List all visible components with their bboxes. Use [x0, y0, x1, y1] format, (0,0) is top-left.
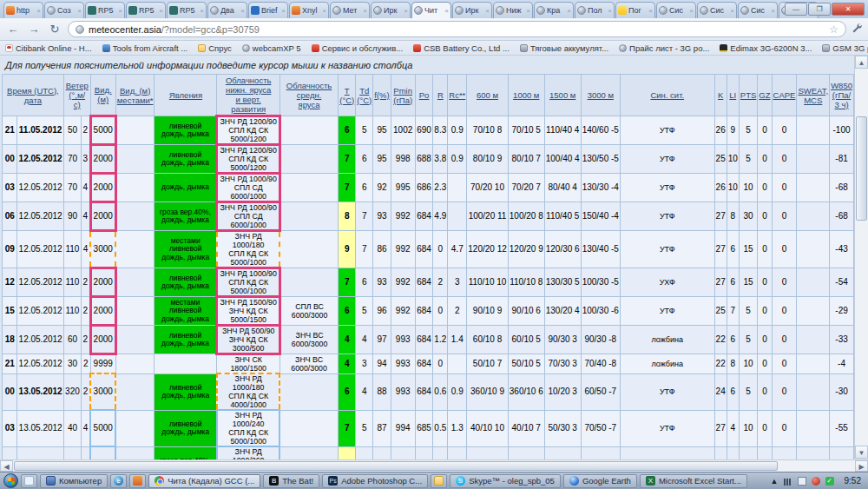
taskbar-button-компьютер[interactable]: Компьютер — [40, 474, 108, 488]
tab-close-icon[interactable]: × — [526, 7, 530, 15]
bookmark-item[interactable]: Сервис и обслужив... — [312, 43, 404, 53]
signal-bars-icon[interactable] — [784, 479, 792, 486]
network-icon[interactable] — [798, 477, 806, 486]
tab-http[interactable]: http× — [3, 2, 43, 18]
column-header[interactable]: Pmin (гПа) — [391, 75, 415, 116]
close-button[interactable]: ✕ — [832, 3, 865, 16]
tab-rp5[interactable]: RP5× — [126, 2, 166, 18]
bookmark-item[interactable]: webcamXP 5 — [242, 43, 301, 53]
reload-button[interactable]: ↻ — [47, 23, 62, 36]
column-header[interactable]: LI — [727, 75, 739, 116]
tab-close-icon[interactable]: × — [485, 7, 490, 15]
column-header[interactable]: 1000 м — [508, 75, 544, 116]
tab-close-icon[interactable]: × — [281, 7, 286, 15]
tab-close-icon[interactable]: × — [77, 7, 82, 15]
tab-пог[interactable]: Пог× — [615, 2, 655, 18]
column-header[interactable]: Облачность нижн. яруса и верт. развития — [217, 75, 279, 116]
column-header[interactable]: PTS — [739, 75, 757, 116]
column-header[interactable]: Td (°C) — [356, 75, 373, 116]
column-header[interactable]: Т (°C) — [339, 75, 356, 116]
forward-button[interactable]: → — [26, 23, 42, 36]
address-bar[interactable]: meteocenter.asia/?model=gcc&p=30759 ☆ — [68, 21, 846, 37]
tab-close-icon[interactable]: × — [322, 7, 326, 15]
bookmark-item[interactable]: Tools from Aircraft ... — [102, 43, 188, 53]
taskbar-button-the[interactable]: BThe Bat! — [263, 474, 319, 488]
column-header[interactable]: Син. сит. — [620, 75, 714, 116]
column-header[interactable]: 3000 м — [581, 75, 620, 116]
tab-close-icon[interactable]: × — [118, 7, 122, 15]
tab-xnyl[interactable]: Xnyl× — [289, 2, 329, 18]
taskbar-button-чита[interactable]: Чита (Кадала) GCC (... — [148, 474, 260, 488]
vertical-scrollbar[interactable]: ▲ ▼ — [854, 56, 868, 459]
taskbar-button[interactable] — [431, 474, 447, 488]
taskbar-button-google[interactable]: Google Earth — [563, 474, 637, 488]
tab-close-icon[interactable]: × — [240, 7, 245, 15]
tab-close-icon[interactable]: × — [200, 7, 204, 15]
taskbar-button[interactable]: e — [110, 474, 127, 488]
column-header[interactable]: 1500 м — [544, 75, 581, 116]
column-header[interactable]: K — [714, 75, 727, 116]
tab-close-icon[interactable]: × — [771, 7, 775, 15]
tab-пол[interactable]: Пол× — [575, 2, 615, 18]
scroll-down-arrow[interactable]: ▼ — [855, 446, 868, 459]
taskbar-button[interactable] — [129, 474, 146, 488]
column-header[interactable]: Облачность средн. яруса — [279, 75, 338, 116]
tray-expand-icon[interactable]: ▲ — [771, 477, 779, 486]
tab-соз[interactable]: Соз× — [44, 2, 84, 18]
tab-сис[interactable]: Сис× — [697, 2, 737, 18]
tab-чит[interactable]: Чит× — [411, 2, 451, 18]
tab-ирк[interactable]: Ирк× — [371, 2, 411, 18]
tab-ниж[interactable]: Ниж× — [493, 2, 533, 18]
bookmark-item[interactable]: CSB Battery Co., Ltd ... — [413, 43, 510, 53]
taskbar-button-adobe[interactable]: PsAdobe Photoshop C... — [322, 474, 428, 488]
tab-ирк[interactable]: Ирк× — [452, 2, 492, 18]
column-header[interactable]: R — [433, 75, 448, 116]
tab-close-icon[interactable]: × — [730, 7, 734, 15]
tab-brief[interactable]: Brief× — [248, 2, 288, 18]
tab-два[interactable]: Два× — [207, 2, 247, 18]
bookmark-item[interactable]: Edimax 3G-6200N 3... — [720, 43, 812, 53]
back-button[interactable]: ← — [5, 23, 21, 36]
taskbar-button[interactable] — [21, 474, 37, 488]
tab-сис[interactable]: Сис× — [738, 2, 778, 18]
tab-close-icon[interactable]: × — [404, 7, 408, 15]
column-header[interactable]: CAPE — [772, 75, 797, 116]
horizontal-scrollbar[interactable]: ◀ ▶ — [0, 459, 868, 472]
minimize-button[interactable]: — — [785, 3, 807, 16]
hscroll-thumb[interactable] — [14, 461, 778, 471]
tab-rp5[interactable]: RP5× — [85, 2, 125, 18]
tab-close-icon[interactable]: × — [159, 7, 163, 15]
tab-rp5[interactable]: RP5× — [167, 2, 207, 18]
taskbar-button-skype™[interactable]: SSkype™ - oleg_spb_05 — [450, 474, 561, 488]
tab-кра[interactable]: Кра× — [534, 2, 574, 18]
tab-close-icon[interactable]: × — [608, 7, 612, 15]
scroll-left-arrow[interactable]: ◀ — [0, 460, 13, 472]
alert-icon[interactable] — [812, 477, 820, 486]
tab-сис[interactable]: Сис× — [656, 2, 696, 18]
column-header[interactable]: GZ — [758, 75, 772, 116]
vscroll-thumb[interactable] — [856, 116, 867, 221]
tab-close-icon[interactable]: × — [648, 7, 653, 15]
bookmark-item[interactable]: Тяговые аккумулят... — [520, 43, 608, 53]
tab-close-icon[interactable]: × — [444, 7, 449, 15]
tab-close-icon[interactable]: × — [689, 7, 694, 15]
scroll-up-arrow[interactable]: ▲ — [855, 56, 868, 69]
bookmark-item[interactable]: Прайс лист - 3G ро... — [619, 43, 709, 53]
tab-close-icon[interactable]: × — [567, 7, 571, 15]
tab-close-icon[interactable]: × — [363, 7, 367, 15]
bookmark-item[interactable]: Citibank Online - H... — [5, 43, 92, 53]
column-header[interactable]: SWEAT, MCS — [797, 75, 830, 116]
tab-close-icon[interactable]: × — [36, 7, 41, 15]
bookmark-star-icon[interactable]: ☆ — [829, 23, 838, 36]
scroll-right-arrow[interactable]: ▶ — [855, 460, 868, 472]
column-header[interactable]: f(%) — [373, 75, 391, 116]
column-header[interactable]: Время (UTC), дата — [3, 75, 64, 116]
taskbar-button-microsoft[interactable]: XMicrosoft Excel Start... — [640, 474, 747, 488]
wrench-menu-icon[interactable] — [852, 23, 863, 36]
bookmark-item[interactable]: Спрус — [198, 43, 232, 53]
column-header[interactable]: Rc** — [448, 75, 467, 116]
column-header[interactable]: W850 (гПа/ 3 ч) — [830, 75, 854, 116]
tab-мет[interactable]: Мет× — [330, 2, 370, 18]
bookmark-item[interactable]: GSM 3G роутер (ма... — [822, 43, 868, 53]
column-header[interactable]: Ветер (°,м/ с) — [63, 75, 90, 116]
